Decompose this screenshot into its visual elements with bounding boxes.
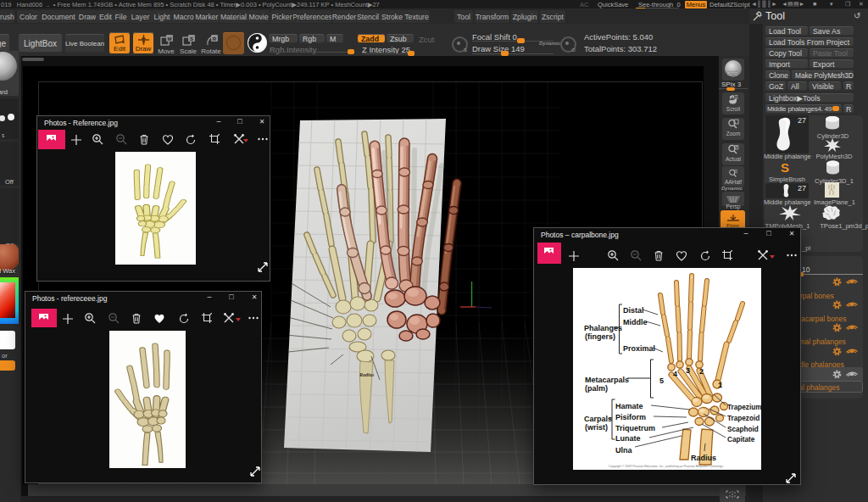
svg-text:Metacarpals: Metacarpals (585, 376, 629, 384)
svg-text:Copyright © 2009 Pearson Educa: Copyright © 2009 Pearson Education, Inc.… (609, 465, 724, 468)
svg-text:S: S (189, 36, 192, 42)
svg-text:Hamate: Hamate (615, 402, 643, 410)
svg-text:(fingers): (fingers) (585, 332, 615, 341)
svg-text:Radius: Radius (359, 372, 375, 377)
svg-text:1: 1 (718, 381, 722, 389)
svg-text:Proximal: Proximal (623, 344, 655, 353)
svg-text:(palm): (palm) (585, 384, 608, 393)
svg-text:R: R (212, 36, 216, 42)
svg-text:Carpals: Carpals (584, 415, 612, 423)
svg-text:Phalanges: Phalanges (584, 324, 622, 332)
svg-text:2: 2 (699, 367, 704, 376)
svg-text:Lunate: Lunate (615, 434, 641, 443)
svg-text:Pisiform: Pisiform (615, 413, 646, 421)
svg-text:Middle: Middle (623, 318, 648, 326)
svg-text:Scaphoid: Scaphoid (727, 426, 759, 433)
svg-text:(wrist): (wrist) (585, 423, 608, 432)
svg-text:Distal: Distal (623, 306, 644, 315)
svg-text:Ulna: Ulna (615, 446, 632, 455)
svg-text:5: 5 (659, 376, 664, 385)
svg-text:Trapezoid: Trapezoid (727, 415, 760, 422)
svg-text:4: 4 (673, 370, 677, 378)
svg-text:Trapezium: Trapezium (727, 404, 761, 411)
svg-text:Triquetrum: Triquetrum (615, 424, 655, 432)
svg-text:Radius: Radius (691, 454, 716, 462)
svg-text:Capitate: Capitate (727, 436, 755, 443)
svg-text:3: 3 (686, 366, 690, 375)
svg-text:M: M (167, 36, 171, 42)
